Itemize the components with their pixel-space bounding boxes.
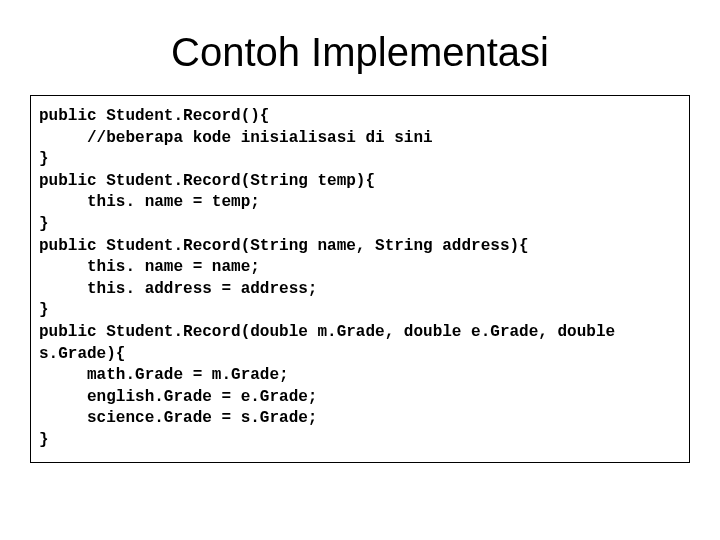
slide-container: Contoh Implementasi public Student.Recor…: [0, 0, 720, 540]
slide-title: Contoh Implementasi: [30, 30, 690, 75]
code-block: public Student.Record(){ //beberapa kode…: [30, 95, 690, 463]
